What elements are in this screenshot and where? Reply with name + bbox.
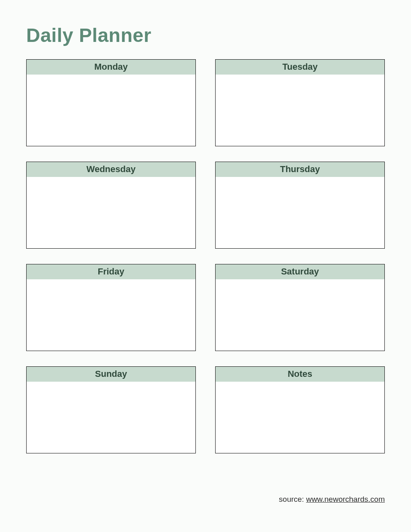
cell-body-sunday: [27, 382, 195, 453]
cell-body-wednesday: [27, 177, 195, 248]
cell-header-saturday: Saturday: [216, 264, 384, 279]
planner-grid: Monday Tuesday Wednesday Thursday Friday…: [26, 59, 385, 453]
cell-body-notes: [216, 382, 384, 453]
cell-body-friday: [27, 279, 195, 351]
planner-cell-friday: Friday: [26, 264, 196, 351]
cell-header-thursday: Thursday: [216, 162, 384, 177]
cell-body-monday: [27, 75, 195, 146]
planner-cell-monday: Monday: [26, 59, 196, 146]
cell-body-thursday: [216, 177, 384, 248]
planner-cell-tuesday: Tuesday: [215, 59, 385, 146]
source-prefix: source:: [279, 495, 306, 503]
planner-cell-notes: Notes: [215, 366, 385, 453]
cell-body-tuesday: [216, 75, 384, 146]
cell-body-saturday: [216, 279, 384, 351]
source-link[interactable]: www.neworchards.com: [306, 495, 385, 503]
planner-cell-sunday: Sunday: [26, 366, 196, 453]
cell-header-notes: Notes: [216, 367, 384, 382]
page-title: Daily Planner: [26, 24, 385, 46]
cell-header-monday: Monday: [27, 60, 195, 75]
cell-header-friday: Friday: [27, 264, 195, 279]
planner-cell-thursday: Thursday: [215, 162, 385, 249]
planner-cell-saturday: Saturday: [215, 264, 385, 351]
source-footer: source: www.neworchards.com: [279, 495, 385, 504]
planner-cell-wednesday: Wednesday: [26, 162, 196, 249]
cell-header-sunday: Sunday: [27, 367, 195, 382]
cell-header-wednesday: Wednesday: [27, 162, 195, 177]
cell-header-tuesday: Tuesday: [216, 60, 384, 75]
